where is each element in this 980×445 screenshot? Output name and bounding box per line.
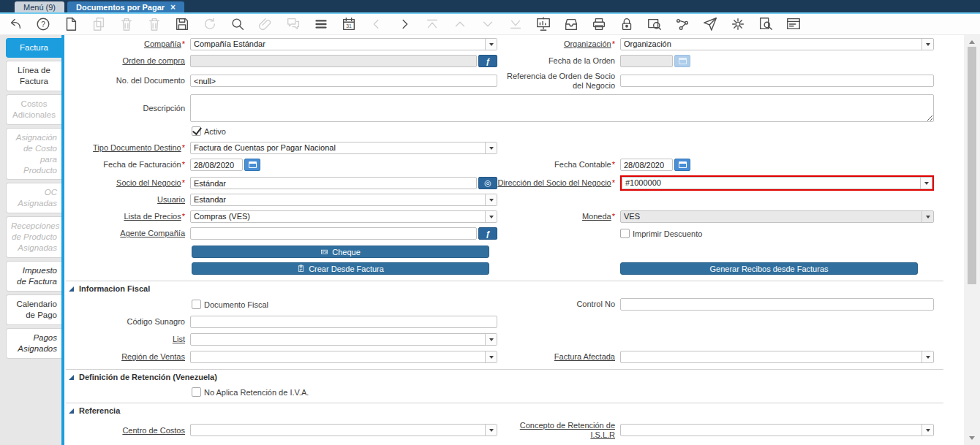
help-icon[interactable]: ? bbox=[34, 15, 52, 34]
chevron-down-icon[interactable] bbox=[485, 194, 497, 205]
generar-recibos-button[interactable]: Generar Recibos desde Facturas bbox=[620, 262, 918, 275]
documento-fiscal-checkbox[interactable] bbox=[192, 300, 201, 309]
scroll-up-icon[interactable] bbox=[964, 37, 980, 47]
documentos-por-pagar-window: Menú (9) Documentos por Pagar × ? 31 bbox=[0, 0, 980, 445]
print-preview-icon[interactable] bbox=[645, 15, 663, 34]
cheque-button[interactable]: Cheque bbox=[192, 246, 489, 258]
chevron-down-icon[interactable] bbox=[921, 351, 933, 362]
compania-combobox[interactable]: Compañía Estándar bbox=[190, 38, 497, 50]
agente-compania-label: Agente Compañía bbox=[66, 229, 190, 238]
concepto-retencion-label: Concepto de Retención de I.S.L.R bbox=[497, 421, 620, 439]
sidebar-tab-pagos-asignados[interactable]: Pagos Asignados bbox=[6, 328, 61, 359]
agente-compania-field[interactable] bbox=[190, 227, 477, 240]
new-record-icon[interactable] bbox=[61, 15, 80, 34]
vertical-scrollbar[interactable] bbox=[964, 35, 980, 445]
chevron-down-icon[interactable] bbox=[485, 142, 497, 153]
calendar-icon[interactable]: 31 bbox=[339, 15, 358, 34]
product-info-icon[interactable] bbox=[756, 15, 774, 34]
chevron-down-icon[interactable] bbox=[485, 334, 497, 345]
referencia-orden-field[interactable] bbox=[620, 75, 934, 87]
direccion-socio-label: Dirección del Socio del Negocio* bbox=[497, 178, 620, 188]
tipo-documento-combobox[interactable]: Factura de Cuentas por Pagar Nacional bbox=[190, 142, 497, 154]
undo-icon[interactable] bbox=[6, 15, 24, 34]
collapse-triangle-icon[interactable] bbox=[69, 408, 74, 414]
archive-icon[interactable] bbox=[562, 15, 580, 34]
region-ventas-combobox[interactable] bbox=[190, 351, 497, 363]
list-combobox[interactable] bbox=[190, 333, 497, 346]
imprimir-descuento-label: Imprimir Descuento bbox=[633, 229, 702, 238]
chevron-down-icon[interactable] bbox=[921, 39, 933, 50]
calendar-picker-icon[interactable] bbox=[244, 159, 260, 171]
scroll-down-icon[interactable] bbox=[964, 433, 980, 444]
sidebar-tab-calendario-de-pago[interactable]: Calendario de Pago bbox=[6, 294, 61, 325]
section-informacion-fiscal[interactable]: Informacion Fiscal bbox=[66, 281, 943, 294]
imprimir-descuento-checkbox[interactable] bbox=[620, 229, 630, 238]
lista-precios-label: Lista de Precios* bbox=[66, 212, 190, 221]
window-tab-menu[interactable]: Menú (9) bbox=[15, 1, 64, 12]
save-icon[interactable] bbox=[173, 15, 191, 34]
activo-checkbox[interactable] bbox=[192, 126, 201, 136]
referencia-orden-label: Referencia de Orden de Socio del Negocio bbox=[497, 72, 620, 90]
descripcion-field[interactable] bbox=[190, 94, 934, 122]
zoom-button-icon[interactable]: ƒ bbox=[478, 55, 497, 67]
control-no-field[interactable] bbox=[620, 298, 934, 311]
factura-afectada-label: Factura Afectada bbox=[497, 352, 620, 362]
close-icon[interactable]: × bbox=[170, 3, 176, 12]
collapse-triangle-icon[interactable] bbox=[69, 375, 74, 380]
factura-form: Compañía* Compañía Estándar Organización… bbox=[64, 35, 964, 445]
direccion-socio-highlight: #1000000 bbox=[620, 175, 934, 191]
scrollbar-thumb[interactable] bbox=[968, 47, 976, 284]
detail-record-icon[interactable] bbox=[395, 15, 413, 34]
region-ventas-label: Región de Ventas bbox=[66, 352, 190, 362]
moneda-label: Moneda* bbox=[497, 212, 620, 221]
crear-desde-factura-button[interactable]: Crear Desde Factura bbox=[192, 262, 489, 275]
factura-afectada-combobox[interactable] bbox=[620, 351, 934, 363]
section-referencia[interactable]: Referencia bbox=[66, 403, 943, 417]
descripcion-label: Descripción bbox=[66, 104, 190, 113]
first-record-icon bbox=[423, 15, 441, 34]
chevron-down-icon[interactable] bbox=[485, 39, 497, 50]
form-icon[interactable] bbox=[784, 15, 802, 34]
previous-record-icon bbox=[451, 15, 469, 34]
sidebar-tab-factura[interactable]: Factura bbox=[6, 38, 61, 58]
section-definicion-retencion[interactable]: Definición de Retención (Venezuela) bbox=[66, 369, 943, 383]
zoom-button-icon[interactable]: ƒ bbox=[478, 227, 497, 240]
chevron-down-icon[interactable] bbox=[485, 211, 497, 222]
no-aplica-retencion-checkbox[interactable] bbox=[192, 387, 201, 397]
centro-costos-combobox[interactable] bbox=[190, 424, 497, 436]
lock-icon[interactable] bbox=[617, 15, 636, 34]
lista-precios-combobox[interactable]: Compras (VES) bbox=[190, 210, 497, 223]
last-record-icon bbox=[506, 15, 524, 34]
fecha-facturacion-label: Fecha de Facturación* bbox=[66, 160, 190, 170]
preferences-icon[interactable] bbox=[728, 15, 747, 34]
fecha-facturacion-field[interactable] bbox=[190, 159, 243, 171]
chevron-down-icon[interactable] bbox=[920, 178, 932, 189]
organizacion-combobox[interactable]: Organización bbox=[620, 38, 934, 50]
socio-negocio-field[interactable] bbox=[190, 177, 477, 189]
sidebar-tab-linea-de-factura[interactable]: Línea de Factura bbox=[6, 61, 61, 91]
no-documento-field[interactable] bbox=[190, 75, 497, 87]
chevron-down-icon[interactable] bbox=[485, 425, 497, 436]
delete-record-icon bbox=[117, 15, 135, 34]
chevron-down-icon[interactable] bbox=[921, 211, 933, 222]
codigo-sunagro-field[interactable] bbox=[190, 316, 497, 328]
send-icon[interactable] bbox=[701, 15, 719, 34]
chevron-down-icon[interactable] bbox=[921, 425, 933, 436]
direccion-socio-combobox[interactable]: #1000000 bbox=[622, 177, 932, 189]
fecha-contable-field[interactable] bbox=[620, 159, 673, 171]
grid-toggle-icon[interactable] bbox=[312, 15, 330, 34]
imprimir-descuento-row: Imprimir Descuento bbox=[620, 229, 702, 238]
sidebar-tab-impuesto-de-factura[interactable]: Impuesto de Factura bbox=[6, 261, 61, 292]
window-tab-documentos-por-pagar[interactable]: Documentos por Pagar × bbox=[67, 1, 184, 12]
concepto-retencion-combobox[interactable] bbox=[620, 424, 934, 436]
record-search-icon[interactable]: ◎ bbox=[478, 177, 497, 189]
collapse-triangle-icon[interactable] bbox=[69, 286, 74, 292]
report-icon[interactable] bbox=[534, 15, 552, 34]
usuario-combobox[interactable]: Estandar bbox=[190, 194, 497, 206]
calendar-picker-icon[interactable] bbox=[674, 159, 690, 171]
chevron-down-icon[interactable] bbox=[485, 351, 497, 362]
print-icon[interactable] bbox=[589, 15, 608, 34]
calendar-picker-icon bbox=[674, 55, 690, 67]
find-icon[interactable] bbox=[228, 15, 246, 34]
workflow-icon[interactable] bbox=[673, 15, 691, 34]
